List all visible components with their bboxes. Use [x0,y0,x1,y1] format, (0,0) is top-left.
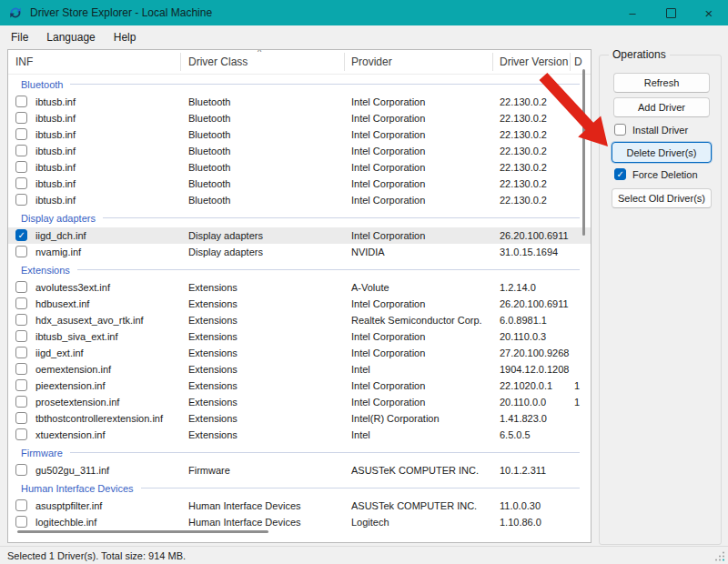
row-checkbox[interactable] [15,499,27,511]
cell-provider: Intel(R) Corporation [351,413,440,424]
cell-driver-version: 6.5.0.5 [500,429,531,440]
table-row[interactable]: ibtusb.infBluetoothIntel Corporation22.1… [8,159,591,176]
close-icon[interactable]: × [690,0,728,25]
column-header-inf[interactable]: INF [15,55,33,68]
column-divider[interactable] [492,53,493,71]
delete-drivers-button[interactable]: Delete Driver(s) [612,142,712,163]
table-row[interactable]: hdbusext.infExtensionsIntel Corporation2… [8,296,591,312]
table-row[interactable]: ibtusb.infBluetoothIntel Corporation22.1… [8,143,591,159]
cell-inf: logitechble.inf [35,517,96,528]
cell-driver-class: Extensions [188,315,238,326]
table-row[interactable]: ibtusb.infBluetoothIntel Corporation22.1… [8,192,591,208]
cell-inf: ibtusb.inf [35,113,76,124]
table-header: INF Driver Class Provider Driver Version… [8,50,591,75]
row-checkbox[interactable] [15,177,27,189]
group-header[interactable]: Display adapters [8,208,591,227]
column-header-next[interactable]: D [574,55,582,68]
table-row[interactable]: avolutess3ext.infExtensionsA-Volute1.2.1… [8,279,591,296]
group-header[interactable]: Firmware [8,443,591,462]
table-row[interactable]: ibtusb.infBluetoothIntel Corporation22.1… [8,126,591,143]
horizontal-scrollbar[interactable] [17,530,268,533]
row-checkbox[interactable] [15,297,27,309]
column-header-driver-class[interactable]: Driver Class [188,55,248,68]
select-old-drivers-button[interactable]: Select Old Driver(s) [612,188,712,208]
group-label: Extensions [21,265,70,276]
row-checkbox[interactable] [15,363,27,375]
menu-file[interactable]: File [4,28,35,46]
column-header-provider[interactable]: Provider [351,55,392,68]
cell-driver-version: 11.0.0.30 [500,500,541,511]
column-divider[interactable] [570,53,571,71]
row-checkbox[interactable] [15,246,27,257]
cell-driver-version: 22.130.0.2 [500,162,547,173]
add-driver-button[interactable]: Add Driver [613,97,710,117]
resize-grip-icon[interactable] [715,551,725,561]
column-divider[interactable] [180,53,181,71]
install-driver-checkbox[interactable] [614,124,626,136]
row-checkbox[interactable] [15,464,27,476]
row-checkbox[interactable] [15,412,27,424]
group-divider-line [70,84,580,85]
table-row[interactable]: oemextension.infExtensionsIntel1904.12.0… [8,361,591,378]
table-row[interactable]: tbthostcontrollerextension.infExtensions… [8,410,591,427]
table-row[interactable]: xtuextension.infExtensionsIntel6.5.0.5 [8,427,591,443]
table-row[interactable]: ibtusb.infBluetoothIntel Corporation22.1… [8,176,591,192]
row-checkbox[interactable] [15,194,27,206]
row-checkbox[interactable] [15,112,27,124]
table-row[interactable]: nvamig.infDisplay adaptersNVIDIA31.0.15.… [8,244,591,260]
cell-driver-class: Bluetooth [188,113,230,124]
table-row[interactable]: asusptpfilter.infHuman Interface Devices… [8,498,591,514]
operations-panel: Operations Refresh Add Driver Install Dr… [599,55,722,545]
table-row[interactable]: gu502gu_311.infFirmwareASUSTeK COMPUTER … [8,462,591,478]
row-checkbox[interactable] [15,428,27,440]
table-row[interactable]: ibtusb_siva_ext.infExtensionsIntel Corpo… [8,328,591,345]
group-header[interactable]: Human Interface Devices [8,478,591,498]
status-text: Selected 1 Driver(s). Total size: 914 MB… [7,550,186,561]
group-header[interactable]: Extensions [8,260,591,279]
row-checkbox[interactable] [15,330,27,342]
row-checkbox[interactable] [15,128,27,140]
force-deletion-label: Force Deletion [632,169,698,180]
column-header-driver-version[interactable]: Driver Version [500,55,568,68]
table-row[interactable]: ibtusb.infBluetoothIntel Corporation22.1… [8,94,591,110]
minimize-icon[interactable]: – [613,0,652,25]
cell-driver-class: Firmware [188,465,230,476]
row-checkbox[interactable] [15,229,27,241]
cell-driver-class: Extensions [188,429,238,440]
row-checkbox[interactable] [15,145,27,156]
cell-inf: ibtusb.inf [35,96,76,107]
cell-inf: oemextension.inf [35,364,111,375]
cell-driver-class: Human Interface Devices [188,517,301,528]
force-deletion-checkbox[interactable] [614,168,626,180]
group-header[interactable]: Bluetooth [8,75,591,94]
row-checkbox[interactable] [15,347,27,358]
cell-driver-class: Extensions [188,347,238,358]
cell-driver-version: 1904.12.0.1208 [500,364,569,375]
cell-inf: hdx_asusext_avo_rtk.inf [35,315,144,326]
column-divider[interactable] [344,53,345,71]
maximize-icon[interactable] [652,0,690,25]
table-row[interactable]: pieextension.infExtensionsIntel Corporat… [8,378,591,394]
cell-inf: tbthostcontrollerextension.inf [35,413,163,424]
row-checkbox[interactable] [15,379,27,391]
row-checkbox[interactable] [15,161,27,173]
cell-inf: asusptpfilter.inf [35,500,102,511]
table-row[interactable]: hdx_asusext_avo_rtk.infExtensionsRealtek… [8,312,591,328]
table-row[interactable]: iigd_ext.infExtensionsIntel Corporation2… [8,345,591,361]
table-row[interactable]: iigd_dch.infDisplay adaptersIntel Corpor… [8,227,591,244]
driver-table: INF Driver Class Provider Driver Version… [7,49,592,543]
vertical-scrollbar[interactable] [582,69,585,236]
row-checkbox[interactable] [15,281,27,293]
menu-language[interactable]: Language [39,28,102,46]
table-row[interactable]: ibtusb.infBluetoothIntel Corporation22.1… [8,110,591,126]
cell-inf: ibtusb.inf [35,162,76,173]
table-row[interactable]: logitechble.infHuman Interface DevicesLo… [8,514,591,530]
row-checkbox[interactable] [15,516,27,528]
row-checkbox[interactable] [15,314,27,326]
refresh-button[interactable]: Refresh [613,73,710,93]
menu-help[interactable]: Help [106,28,144,46]
cell-driver-class: Extensions [188,364,238,375]
table-row[interactable]: prosetextension.infExtensionsIntel Corpo… [8,394,591,410]
row-checkbox[interactable] [15,396,27,408]
row-checkbox[interactable] [15,96,27,107]
